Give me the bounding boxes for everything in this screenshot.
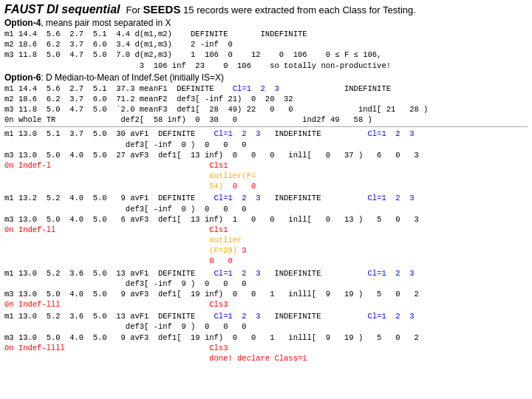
section-divider bbox=[4, 126, 528, 127]
option6-section: Option-6: D Median-to-Mean of Indef.Set … bbox=[4, 72, 528, 126]
indef1111-section: m1 13.0 5.2 3.6 5.0 13 avF1 DEFINITE Cl=… bbox=[4, 311, 528, 364]
seeds-keyword: SEEDS bbox=[143, 3, 181, 16]
indef11-data: m1 13.2 5.2 4.0 5.0 9 avF1 DEFINITE Cl=1… bbox=[4, 193, 528, 266]
header-description: For SEEDS 15 records were extracted from… bbox=[126, 3, 415, 16]
indef11-section: m1 13.2 5.2 4.0 5.0 9 avF1 DEFINITE Cl=1… bbox=[4, 193, 528, 266]
option6-data: m1 14.4 5.6 2.7 5.1 37.3 meanF1 DEFINITE… bbox=[4, 83, 528, 126]
indef1-data: m1 13.0 5.1 3.7 5.0 30 avF1 DEFINITE Cl=… bbox=[4, 129, 528, 191]
option4-section: Option-4, means pair most separated in X… bbox=[4, 18, 528, 71]
option6-label: Option-6: D Median-to-Mean of Indef.Set … bbox=[4, 72, 528, 83]
option4-data: m1 14.4 5.6 2.7 5.1 4.4 d(m1,m2) DEFINIT… bbox=[4, 29, 528, 71]
page-title: FAUST DI sequential bbox=[4, 3, 120, 16]
page-header: FAUST DI sequential For SEEDS 15 records… bbox=[4, 3, 528, 16]
indef1-section: m1 13.0 5.1 3.7 5.0 30 avF1 DEFINITE Cl=… bbox=[4, 129, 528, 191]
option4-label: Option-4, means pair most separated in X bbox=[4, 18, 528, 28]
indef1111-data: m1 13.0 5.2 3.6 5.0 13 avF1 DEFINITE Cl=… bbox=[4, 311, 528, 364]
indef111-section: m1 13.0 5.2 3.6 5.0 13 avF1 DEFINITE Cl=… bbox=[4, 268, 528, 310]
indef111-data: m1 13.0 5.2 3.6 5.0 13 avF1 DEFINITE Cl=… bbox=[4, 268, 528, 310]
